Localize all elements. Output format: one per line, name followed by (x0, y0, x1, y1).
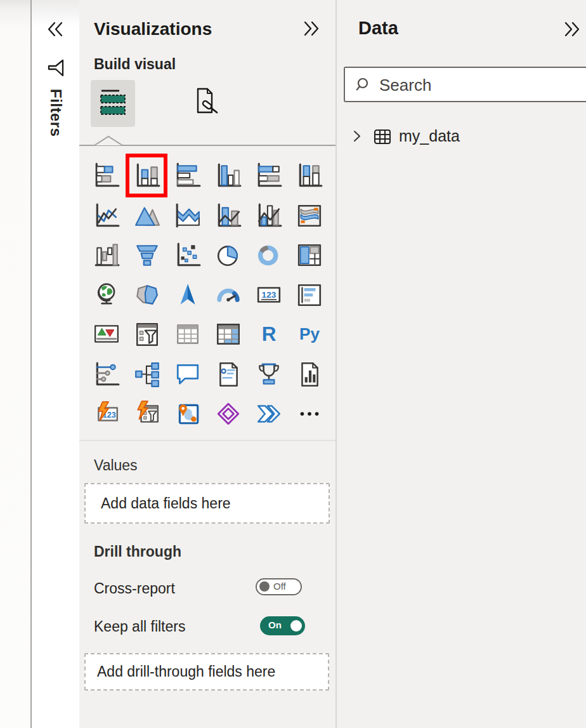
visual-icon-q-and-a[interactable] (167, 355, 208, 395)
chevron-right-icon[interactable] (350, 129, 364, 145)
toggle-knob (290, 620, 302, 632)
visual-icon-power-automate[interactable] (249, 394, 289, 434)
cross-report-label: Cross-report (94, 580, 175, 597)
visual-icon-donut-chart[interactable] (249, 235, 289, 275)
visual-icon-metrics[interactable] (249, 355, 289, 395)
visual-icon-r-script-visual[interactable]: R (249, 315, 289, 355)
data-pane-title: Data (358, 18, 398, 39)
values-field-well[interactable]: Add data fields here (84, 483, 330, 524)
visual-icon-paginated-report[interactable] (289, 355, 330, 395)
visual-icon-smart-narrative[interactable] (208, 355, 249, 395)
visual-icon-stacked-bar-chart[interactable] (86, 156, 127, 196)
svg-text:123: 123 (262, 290, 277, 300)
visual-icon-decomposition-tree[interactable] (127, 355, 167, 395)
search-icon (356, 77, 372, 96)
visual-icon-funnel-chart[interactable] (127, 235, 167, 275)
report-canvas-edge (0, 0, 30, 728)
visual-icon-area-chart[interactable] (127, 196, 167, 236)
filter-funnel-icon (46, 58, 65, 77)
expand-filters-pane-button[interactable] (46, 20, 64, 38)
section-separator (79, 440, 335, 441)
visuals-grid: 123RPy123 (86, 156, 330, 434)
svg-text:R: R (262, 323, 277, 346)
filters-rail-label: Filters (47, 89, 65, 137)
visual-icon-key-influencers[interactable] (86, 355, 127, 395)
build-visual-icon (98, 88, 127, 119)
visual-icon-get-more-visuals[interactable] (289, 394, 330, 434)
visual-icon-arcgis-map[interactable] (167, 394, 208, 434)
visual-icon-kpi[interactable] (86, 315, 127, 355)
selected-tab-caret (94, 135, 123, 149)
visualizations-pane: Visualizations Build visual 123RPy123 Va… (79, 0, 337, 728)
visual-icon-python-visual[interactable]: Py (289, 315, 330, 355)
visual-icon-gauge[interactable] (208, 275, 249, 315)
toggle-knob (259, 581, 270, 592)
svg-text:Py: Py (299, 325, 320, 344)
visual-icon-multi-row-card[interactable] (289, 275, 330, 315)
visual-icon-table[interactable] (167, 315, 208, 355)
visual-icon-filled-map[interactable] (127, 275, 167, 315)
keep-all-filters-label: Keep all filters (94, 618, 185, 635)
table-name: my_data (399, 123, 460, 149)
visual-icon-treemap[interactable] (289, 235, 330, 275)
toggle-state-label: On (268, 619, 282, 630)
visual-icon-line-and-clustered-column-chart[interactable] (249, 196, 289, 236)
drill-through-field-well[interactable]: Add drill-through fields here (84, 653, 329, 691)
cross-report-toggle[interactable]: Off (256, 578, 302, 595)
search-input[interactable] (378, 68, 586, 102)
visual-icon-waterfall-chart[interactable] (86, 235, 127, 275)
visual-icon-power-apps[interactable] (208, 394, 249, 434)
toggle-state-label: Off (273, 581, 286, 592)
visual-icon-scatter-chart[interactable] (167, 235, 208, 275)
data-pane: Data my_data (337, 0, 586, 728)
drill-through-section-label: Drill through (94, 543, 181, 560)
visual-icon-matrix[interactable] (208, 315, 249, 355)
visual-icon-clustered-bar-chart[interactable] (167, 156, 208, 196)
visual-icon-ribbon-chart[interactable] (289, 196, 330, 236)
visual-icon-100-percent-stacked-column-chart[interactable] (289, 156, 330, 196)
visual-icon-new-card[interactable]: 123 (86, 394, 127, 434)
values-section-label: Values (94, 457, 138, 474)
visual-icon-slicer[interactable] (127, 315, 167, 355)
filters-rail: Filters (32, 0, 79, 728)
visualizations-pane-title: Visualizations (94, 19, 212, 39)
tab-build-visual[interactable] (91, 80, 135, 127)
visual-icon-pie-chart[interactable] (208, 235, 249, 275)
collapse-data-pane-button[interactable] (563, 20, 582, 39)
visual-icon-line-and-stacked-column-chart[interactable] (208, 196, 249, 236)
visual-icon-card[interactable]: 123 (249, 275, 289, 315)
visual-icon-azure-map[interactable] (167, 275, 208, 315)
collapse-visualizations-pane-button[interactable] (303, 20, 322, 39)
visual-icon-stacked-area-chart[interactable] (167, 196, 208, 236)
visual-icon-clustered-column-chart[interactable] (208, 156, 249, 196)
format-visual-icon (190, 86, 223, 121)
build-visual-label: Build visual (94, 56, 176, 73)
visual-icon-stacked-column-chart[interactable] (127, 156, 167, 196)
keep-all-filters-toggle[interactable]: On (260, 616, 305, 635)
visual-icon-new-slicer[interactable] (127, 394, 167, 434)
table-icon (373, 127, 392, 149)
visual-icon-map[interactable] (86, 275, 127, 315)
table-row-my-data[interactable]: my_data (344, 123, 585, 149)
visual-icon-100-percent-stacked-bar-chart[interactable] (249, 156, 289, 196)
visual-icon-line-chart[interactable] (86, 196, 127, 236)
tab-format-visual[interactable] (185, 80, 229, 127)
power-bi-panes: Filters Visualizations Build visual 123R… (0, 0, 586, 728)
data-search-box (344, 67, 586, 102)
